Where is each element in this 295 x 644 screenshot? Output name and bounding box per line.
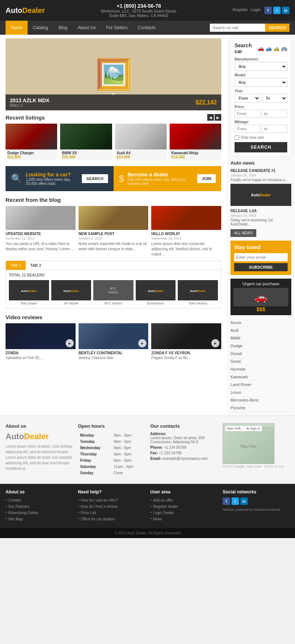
brand-kawasaki[interactable]: Kawasaki (230, 373, 291, 380)
register-link[interactable]: Register (233, 7, 248, 12)
nav-catalog[interactable]: Catalog (28, 21, 53, 35)
footer-link-price-list[interactable]: Price List (81, 511, 96, 515)
play-button-2[interactable]: ▶ (138, 339, 146, 347)
cta-search-button[interactable]: SEARCH (82, 174, 108, 183)
mileage-to-input[interactable] (262, 125, 288, 133)
price-label: Price: (235, 105, 287, 109)
van-icon[interactable]: 🚌 (281, 45, 287, 51)
manufacturer-select[interactable]: Any (235, 62, 287, 71)
footer-link-find-vehicle[interactable]: How do I find a vehicle (81, 504, 118, 509)
brand-lexus[interactable]: Lexus (230, 389, 291, 396)
listing-item[interactable]: Dodge Charger €23,800 (6, 124, 57, 161)
address-line1: Winterluce, LLC. 1875 South Grant Street… (101, 9, 177, 13)
cta-banners: 🔍 Looking for a car? 1,000 new offers ev… (6, 166, 221, 191)
brand-ducati[interactable]: Ducati (230, 350, 291, 357)
year-to-select[interactable]: To (262, 94, 288, 103)
day: Saturday (79, 464, 111, 469)
footer-link-office[interactable]: Office for car dealers (81, 517, 115, 521)
suv-icon[interactable]: 🚙 (266, 45, 272, 51)
hero-caption: 2013 AZLK MDX Miles: 0 $22,142 (6, 94, 221, 110)
footer-link-partners[interactable]: Our Partners (8, 504, 30, 509)
brand-hyundai[interactable]: Hyundai (230, 365, 291, 373)
tab-1[interactable]: TAB 1 (6, 261, 26, 270)
footer-address: Address:Lorem ipsum, Dolor sit amet, 658… (150, 432, 217, 444)
price-to-input[interactable] (262, 110, 288, 118)
footer-link-sitemap[interactable]: Site Map (8, 517, 23, 521)
time: 9am - 5pm (112, 439, 144, 444)
search-button[interactable]: SEARCH (265, 24, 289, 32)
dealer-item-4[interactable]: AutoDealer EuroMotors (136, 280, 176, 305)
twitter-icon[interactable]: t (273, 7, 281, 14)
linkedin-icon[interactable]: in (282, 7, 289, 14)
brand-acura[interactable]: Acura (230, 319, 291, 326)
dealer-item-3[interactable]: BTCMotors BTC Motors (93, 280, 133, 305)
car-icon[interactable]: 🚗 (258, 45, 264, 51)
listings-header: Recent listings ◀ ▶ (6, 114, 221, 121)
cta-looking-sub: 1,000 new offers every day. 33,000 offer… (26, 178, 78, 186)
model-select[interactable]: Any (235, 78, 287, 87)
footer-bottom: About us Contact Our Partners Advertisin… (0, 484, 295, 528)
footer-hours: Open hours Monday9am - 5pm Tuesday9am - … (78, 423, 145, 476)
brand-geely[interactable]: Geely (230, 358, 291, 365)
dealer-item-1[interactable]: AutoDealer Test Dealer (9, 280, 49, 305)
dealer-item-2[interactable]: AutoDealer VP Mobile (51, 280, 91, 305)
footer-bottom-help-title: Need help? (78, 489, 145, 495)
play-button-3[interactable]: ▶ (211, 339, 219, 347)
mileage-from-input[interactable] (235, 125, 260, 133)
listing-item[interactable]: Audi A4 €23,000 (115, 124, 167, 161)
nav-home[interactable]: Home (6, 21, 28, 35)
brand-land-rover[interactable]: Land Rover (230, 381, 291, 388)
footer-link-login-dealer[interactable]: Login Dealer (153, 511, 174, 515)
footer-link-add-offer-2[interactable]: Add an offer (153, 498, 173, 502)
footer-twitter-icon[interactable]: t (232, 497, 239, 505)
model-label: Model: (235, 73, 287, 77)
footer-link-add-offer[interactable]: How do I add an offer? (81, 498, 118, 502)
footer-link-register-dealer[interactable]: Register dealer (153, 504, 178, 509)
search-input[interactable] (210, 24, 265, 32)
listings-next[interactable]: ▶ (215, 114, 221, 121)
footer-link-advertising[interactable]: Advertising Online (8, 511, 38, 515)
car-search-button[interactable]: SEARCH (235, 142, 287, 152)
brand-dodge[interactable]: Dodge (230, 342, 291, 349)
video-thumb-1[interactable]: ▶ (6, 323, 76, 349)
brand-bmw[interactable]: BMW (230, 334, 291, 342)
brand-porsche[interactable]: Porsche (230, 404, 291, 411)
play-button-1[interactable]: ▶ (66, 339, 74, 347)
nav-blog[interactable]: Blog (53, 21, 72, 35)
cta-join-button[interactable]: JOIN (197, 174, 216, 183)
hero-slider[interactable]: 🖼️ 2013 AZLK MDX Miles: 0 $22,142 (6, 38, 221, 110)
top-links: Register Login f t in (233, 7, 289, 14)
dealer-item-5[interactable]: AutoDealer Tokio Motors (178, 280, 218, 305)
news-date-2: January 24, 2014 (230, 214, 291, 217)
listing-item[interactable]: Kawasaki Ninja €14,500 (170, 124, 221, 161)
tab-2[interactable]: TAB 2 (26, 261, 46, 270)
email-input[interactable] (234, 253, 288, 261)
brand-mercedes[interactable]: Mercedes-Benz (230, 396, 291, 404)
facebook-icon[interactable]: f (264, 7, 272, 14)
brand-audi[interactable]: Audi (230, 327, 291, 334)
nav-sellers[interactable]: For Sellers (101, 21, 133, 35)
news-title-2: RELEASE 1.0A (230, 209, 291, 213)
footer-link-news[interactable]: News (153, 517, 162, 521)
listing-item[interactable]: BMW X5 €20,000 (60, 124, 112, 161)
year-from-select[interactable]: From (235, 94, 260, 103)
blog-img-3 (151, 206, 221, 230)
video-thumb-2[interactable]: ▶ (79, 323, 149, 349)
only-new-checkbox[interactable] (235, 135, 239, 140)
footer-facebook-icon[interactable]: f (223, 497, 230, 505)
footer-link-contact[interactable]: Contact (8, 498, 21, 502)
subscribe-button[interactable]: SUBSCRIBE (234, 263, 288, 271)
footer-linkedin-icon[interactable]: in (240, 497, 248, 505)
urgent-money: $$$ (233, 306, 288, 312)
mileage-row (235, 125, 287, 133)
price-from-input[interactable] (235, 110, 260, 118)
all-news-button[interactable]: ALL NEWS (230, 229, 256, 237)
listings-prev[interactable]: ◀ (207, 114, 214, 121)
nav-about[interactable]: About Us (72, 21, 101, 35)
top-bar: AutoDealer +1 (800) 234-56-78 Winterluce… (0, 0, 295, 21)
nav-contacts[interactable]: Contacts (133, 21, 160, 35)
video-thumb-3[interactable]: ▶ (151, 323, 221, 349)
login-link[interactable]: Login (251, 7, 261, 12)
address-line2: Suite 680, San Mateo, CA 94402 (101, 13, 177, 18)
truck-icon[interactable]: 🚕 (273, 45, 280, 51)
